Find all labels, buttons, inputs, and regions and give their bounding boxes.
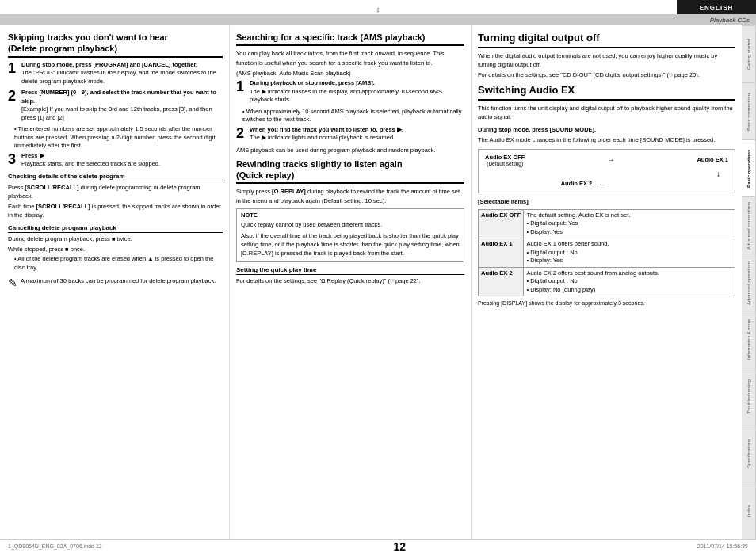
tab-index[interactable]: Index	[742, 482, 756, 539]
quick-replay-intro: Simply press [Ω.REPLAY] during playback …	[236, 187, 464, 205]
digital-output-intro: When the digital audio output terminals …	[478, 51, 735, 70]
quick-play-time-title: Setting the quick play time	[236, 266, 464, 275]
step-3: 3 Press ▶ Playback starts, and the selec…	[8, 152, 223, 169]
selectable-items-table: Audio EX OFF The default setting. Audio …	[478, 209, 735, 297]
sub-title-checking: Checking details of the delete program	[8, 173, 223, 181]
ams-step-1: 1 During playback or stop mode, press [A…	[236, 79, 464, 105]
note-label: NOTE	[241, 212, 460, 220]
selectable-title: [Selectable items]	[478, 197, 735, 206]
section-title-digital-output: Turning digital output off	[478, 32, 735, 48]
diagram-row: Audio EX OFF (Default setting) → Audio E…	[485, 154, 728, 166]
tab-advanced-operations[interactable]: Advanced operations	[742, 254, 756, 311]
note-line1: Quick replay cannot by used between diff…	[241, 220, 460, 229]
ams-intro2: (AMS playback: Auto Music Scan playback)	[236, 69, 464, 78]
ams-bullet1: When approximately 10 second AMS playbac…	[236, 108, 464, 124]
step-1: 1 During stop mode, press [PROGRAM] and …	[8, 61, 223, 86]
ams-step-content-1: During playback or stop mode, press [AMS…	[250, 79, 464, 105]
switching-audio-title: Switching Audio EX	[478, 84, 735, 101]
step-number-1: 1	[8, 61, 19, 75]
audio-ex-2-desc: Audio EX 2 offers best sound from analog…	[524, 267, 735, 296]
sound-mode-step: During stop mode, press [SOUND MODE]. Th…	[478, 125, 735, 145]
diagram-row3: Audio EX 2 ←	[485, 180, 728, 189]
tab-specifications[interactable]: Specifications	[742, 425, 756, 482]
sub-section-checking: Checking details of the delete program P…	[8, 173, 223, 220]
step-number-3: 3	[8, 152, 19, 166]
main-content: Skipping tracks you don't want to hear(D…	[0, 25, 742, 539]
ams-intro: You can play back all track intros, from…	[236, 49, 464, 67]
step-content-1: During stop mode, press [PROGRAM] and [C…	[21, 61, 223, 86]
quick-replay-title: Rewinding tracks slightly to listen agai…	[236, 158, 464, 185]
footer-right: 2011/07/14 15:56:35	[697, 543, 748, 549]
tab-advanced-connections[interactable]: Advanced connections	[742, 196, 756, 254]
digital-output-intro2: For details on the settings, see "CD D-O…	[478, 71, 735, 79]
bullet-1: The entered numbers are set approximatel…	[8, 125, 223, 151]
sub-section-cancel: Cancelling delete program playback Durin…	[8, 224, 223, 273]
note-body: A maximum of 30 tracks can be programmed…	[21, 276, 216, 285]
table-row-2: Audio EX 2 Audio EX 2 offers best sound …	[479, 267, 735, 296]
cancel-body1: During delete program playback, press ■ …	[8, 235, 223, 243]
col-left: Skipping tracks you don't want to hear(D…	[0, 25, 230, 539]
display-note: Pressing [DISPLAY] shows the display for…	[478, 299, 735, 307]
playback-bar: Playback CDs	[0, 14, 756, 25]
tab-troubleshooting[interactable]: Troubleshooting	[742, 368, 756, 425]
audio-ex-2-label: Audio EX 2	[479, 267, 524, 296]
tab-basic-connections[interactable]: Basic connections	[742, 82, 756, 139]
page-number: 12	[393, 540, 406, 553]
quick-play-time-body: For details on the settings, see "Ω Repl…	[236, 276, 464, 285]
checking-body2: Each time [SCROLL/RECALL] is pressed, th…	[8, 202, 223, 220]
ams-footer-note: AMS playback can be used during program …	[236, 146, 464, 154]
step-number-2: 2	[8, 89, 19, 103]
diagram-box1: Audio EX OFF (Default setting)	[485, 154, 525, 166]
tab-getting-started[interactable]: Getting started	[742, 25, 756, 82]
audio-ex-1-desc: Audio EX 1 offers better sound. • Digita…	[524, 238, 735, 268]
diagram-box2: Audio EX 1	[697, 156, 728, 163]
audio-ex-off-desc: The default setting. Audio EX is not set…	[524, 209, 735, 238]
language-label: ENGLISH	[700, 4, 734, 11]
quick-play-time-section: Setting the quick play time For details …	[236, 266, 464, 285]
note-box: NOTE Quick replay cannot by used between…	[236, 208, 464, 263]
table-row-1: Audio EX 1 Audio EX 1 offers better soun…	[479, 238, 735, 268]
audio-ex-off-label: Audio EX OFF	[479, 209, 524, 238]
col-right: Turning digital output off When the digi…	[472, 25, 742, 539]
step-content-2: Press [NUMBER] (0 - 9), and select the t…	[21, 89, 223, 122]
spacer	[613, 180, 652, 189]
diagram-box3: Audio EX 2	[561, 180, 593, 189]
step-content-3: Press ▶ Playback starts, and the selecte…	[21, 152, 223, 169]
tab-information[interactable]: Information & more	[742, 311, 756, 368]
footer: 1_QD9054U_ENG_02A_0706.indd 12 12 2011/0…	[0, 539, 756, 553]
switching-audio-intro: This function turns the unit display and…	[478, 104, 735, 122]
playback-label: Playback CDs	[710, 17, 750, 24]
tab-basic-operations[interactable]: Basic operations	[742, 139, 756, 196]
ams-step-number-2: 2	[236, 126, 247, 140]
audio-ex-1-label: Audio EX 1	[479, 238, 524, 268]
diagram-row2: ↓	[485, 170, 728, 178]
arrow-left: ←	[598, 180, 606, 189]
note-icon: ✎	[8, 276, 17, 289]
ams-step-number-1: 1	[236, 79, 247, 93]
footer-left: 1_QD9054U_ENG_02A_0706.indd 12	[8, 543, 102, 549]
sound-mode-body: The Audio EX mode changes in the followi…	[478, 135, 735, 144]
step-2: 2 Press [NUMBER] (0 - 9), and select the…	[8, 89, 223, 122]
section-title-mid: Searching for a specific track (AMS play…	[236, 32, 464, 46]
ams-step-2: 2 When you find the track you want to li…	[236, 126, 464, 143]
checking-body1: Press [SCROLL/RECALL] during delete prog…	[8, 183, 223, 201]
section-title-left: Skipping tracks you don't want to hear(D…	[8, 32, 223, 58]
note-area: ✎ A maximum of 30 tracks can be programm…	[8, 276, 223, 289]
arrow-down: ↓	[716, 170, 720, 178]
audio-ex-diagram: Audio EX OFF (Default setting) → Audio E…	[478, 149, 735, 193]
arrow-right1: →	[607, 155, 615, 164]
cancel-bullet: All of the delete program tracks are era…	[8, 255, 223, 272]
switching-audio-section: Switching Audio EX This function turns t…	[478, 84, 735, 121]
table-row-off: Audio EX OFF The default setting. Audio …	[479, 209, 735, 238]
col-mid: Searching for a specific track (AMS play…	[230, 25, 472, 539]
side-tabs: Getting started Basic connections Basic …	[742, 25, 756, 539]
cancel-body2: While stopped, press ■ once.	[8, 245, 223, 254]
language-bar: ENGLISH	[677, 0, 756, 14]
note-line2: Also, if the overall time of the track b…	[241, 231, 460, 258]
sub-title-cancel: Cancelling delete program playback	[8, 224, 223, 233]
quick-replay-section: Rewinding tracks slightly to listen agai…	[236, 158, 464, 205]
ams-step-content-2: When you find the track you want to list…	[250, 126, 464, 143]
